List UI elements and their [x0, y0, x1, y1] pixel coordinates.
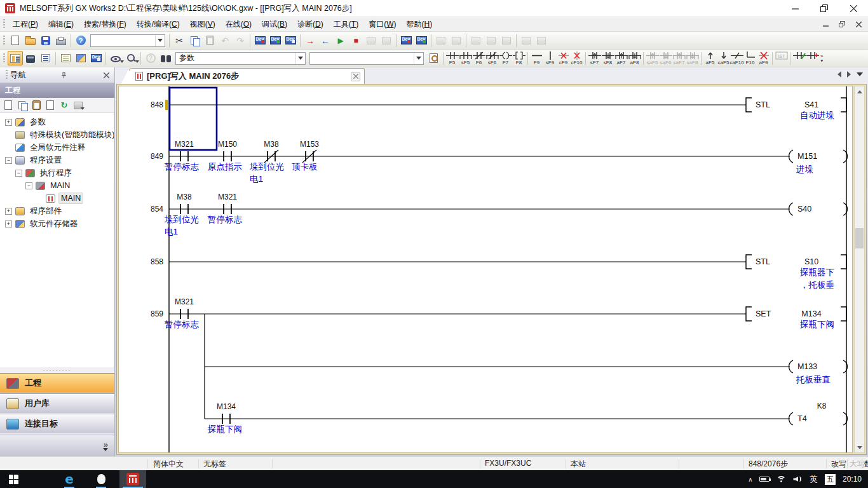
redo-icon[interactable]: ↷: [233, 33, 248, 48]
edit-ladder-icon[interactable]: [792, 50, 806, 66]
open-contact-branch-icon[interactable]: sF5: [459, 50, 472, 66]
tab-close-icon[interactable]: [351, 72, 360, 81]
menu-item[interactable]: 帮助(H): [401, 17, 437, 32]
monitor-start-icon[interactable]: ▶: [333, 33, 348, 48]
tab-list-icon[interactable]: [857, 72, 863, 76]
help-icon[interactable]: ?: [73, 33, 88, 48]
help-secondary-icon[interactable]: ?: [143, 51, 158, 65]
ladder-test-icon[interactable]: [806, 50, 819, 66]
closed-contact-branch-icon[interactable]: sF6: [485, 50, 499, 66]
read-from-plc-ic[interactable]: [268, 33, 283, 48]
minimize-button[interactable]: [780, 0, 810, 17]
view-button-user-library[interactable]: 用户库: [0, 393, 114, 413]
inline-st-icon[interactable]: IST: [775, 50, 788, 66]
device-test-on-icon[interactable]: [468, 33, 484, 48]
view-overflow-button[interactable]: »: [0, 435, 114, 456]
device-test-off-icon[interactable]: [484, 33, 499, 48]
scroll-down-icon[interactable]: [855, 442, 864, 452]
falling-pulse-branch-icon[interactable]: aF8: [628, 50, 641, 66]
tree-item-特殊模块-智能功能模块-[interactable]: 特殊模块(智能功能模块): [0, 128, 114, 141]
tree-item-main[interactable]: −MAIN: [0, 179, 114, 192]
combobox-dropdown-icon[interactable]: [155, 35, 165, 46]
monitor-resume-icon[interactable]: [379, 33, 394, 48]
invert-operation-icon[interactable]: caF10: [730, 50, 743, 66]
taskbar-gxworks2-icon[interactable]: [119, 470, 146, 488]
falling-pulse-icon[interactable]: sF8: [601, 50, 614, 66]
view-button-project[interactable]: 工程: [0, 373, 114, 393]
tree-item-程序部件[interactable]: +程序部件: [0, 205, 114, 217]
menu-item[interactable]: 搜索/替换(F): [79, 17, 132, 32]
tree-item-main[interactable]: MAIN: [0, 192, 114, 205]
delete-line-icon[interactable]: aF9: [757, 50, 770, 66]
property-icon[interactable]: [44, 99, 57, 112]
tree-item-执行程序[interactable]: −执行程序: [0, 166, 114, 179]
toolbar-overflow-icon[interactable]: »▾: [820, 54, 823, 63]
vertical-scrollbar[interactable]: [854, 86, 865, 453]
menu-item[interactable]: 诊断(D): [292, 17, 329, 32]
device-batch-monitor-icon[interactable]: [398, 33, 414, 48]
tray-expand-icon[interactable]: ∧: [748, 476, 752, 483]
device-comment-icon[interactable]: [58, 51, 73, 65]
device-memory-icon[interactable]: [73, 51, 88, 65]
application-instruction-icon[interactable]: F8: [512, 50, 526, 66]
wifi-icon[interactable]: [776, 476, 786, 483]
closed-contact-icon[interactable]: F6: [472, 50, 485, 66]
find-device-icon[interactable]: [123, 51, 139, 65]
volume-icon[interactable]: [793, 475, 803, 483]
combobox-dropdown-icon[interactable]: [414, 53, 423, 64]
line-branch-icon[interactable]: F10: [743, 50, 757, 66]
paste-icon[interactable]: [202, 33, 217, 48]
tree-item-程序设置[interactable]: −程序设置: [0, 154, 114, 166]
online-program-read-icon[interactable]: ←: [318, 33, 333, 48]
menu-item[interactable]: 窗口(W): [363, 17, 401, 32]
close-panel-icon[interactable]: [101, 70, 112, 80]
ime-language-indicator[interactable]: 英: [810, 474, 818, 485]
expand-icon[interactable]: +: [5, 208, 12, 215]
tab-scroll-right-icon[interactable]: [847, 71, 851, 78]
refresh-icon[interactable]: ↻: [58, 99, 71, 112]
element-selection-icon[interactable]: [23, 51, 38, 65]
tab-main-program[interactable]: [PRG]写入 MAIN 2076步: [128, 68, 365, 84]
output-window-icon[interactable]: [38, 51, 53, 65]
tab-scroll-left-icon[interactable]: [837, 71, 841, 78]
coil-icon[interactable]: F7: [499, 50, 512, 66]
copy-item-icon[interactable]: [16, 99, 29, 112]
start-button[interactable]: [0, 470, 27, 488]
online-program-write-icon[interactable]: →: [302, 33, 318, 48]
rising-pulse-negation-icon[interactable]: saF5: [646, 50, 659, 66]
battery-icon[interactable]: [759, 477, 770, 482]
window-combobox[interactable]: [309, 52, 424, 65]
invert-result-falling-icon[interactable]: caF5: [717, 50, 730, 66]
menu-item[interactable]: 视图(V): [185, 17, 220, 32]
menu-item[interactable]: 工具(T): [329, 17, 363, 32]
zoom-body-icon[interactable]: [534, 33, 549, 48]
mdi-minimize-button[interactable]: [820, 19, 831, 29]
data-combobox[interactable]: 参数: [175, 52, 306, 65]
scroll-up-icon[interactable]: [855, 86, 864, 97]
rising-pulse-negation-branch-icon[interactable]: saF7: [672, 50, 686, 66]
ladder-rung[interactable]: 858STLS10探瓶器下，托板垂: [151, 255, 846, 290]
menu-item[interactable]: 工程(P): [8, 17, 43, 32]
write-to-plc-icon[interactable]: [252, 33, 268, 48]
menu-item[interactable]: 在线(O): [220, 17, 257, 32]
ladder-rung[interactable]: 859M321暂停标志SETM134探瓶下阀: [151, 297, 846, 419]
device-list-icon[interactable]: [426, 51, 441, 65]
open-contact-icon[interactable]: F5: [445, 50, 459, 66]
ime-mode-indicator[interactable]: 五: [825, 474, 836, 485]
verify-destination-icon[interactable]: [88, 51, 104, 65]
note-display-icon[interactable]: [449, 33, 464, 48]
ladder-rung[interactable]: 854M38垛到位光电1M321暂停标志S40: [151, 193, 847, 236]
menu-item[interactable]: 调试(B): [257, 17, 292, 32]
program-combobox[interactable]: [90, 34, 165, 47]
monitor-pause-icon[interactable]: [363, 33, 379, 48]
rising-pulse-branch-icon[interactable]: aF7: [614, 50, 628, 66]
cross-reference-icon[interactable]: [158, 51, 173, 65]
delete-vertical-line-icon[interactable]: cF10: [570, 50, 583, 66]
cut-icon[interactable]: ✂: [172, 33, 187, 48]
vertical-line-icon[interactable]: sF9: [543, 50, 557, 66]
taskbar-app-icon[interactable]: [88, 470, 114, 488]
ladder-canvas[interactable]: 848STLS41自动进垛849M321暂停标志M150原点指示M38垛到位光电…: [118, 86, 853, 453]
menu-item[interactable]: 转换/编译(C): [132, 17, 185, 32]
collapse-icon[interactable]: −: [5, 157, 12, 164]
scrollbar-thumb[interactable]: [855, 228, 864, 248]
